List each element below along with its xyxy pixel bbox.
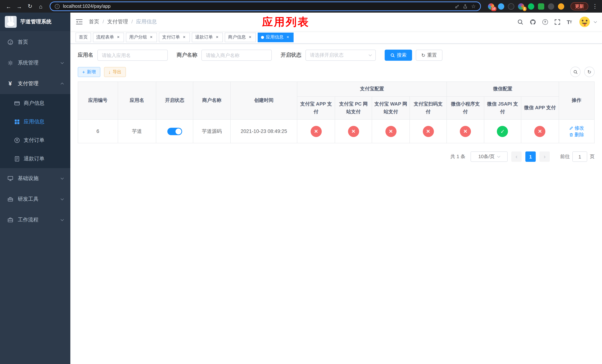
address-bar[interactable]: localhost:1024/pay/app ☆: [50, 1, 481, 11]
app-title: 芋道管理系统: [20, 19, 52, 25]
refresh-table-button[interactable]: ↻: [584, 67, 595, 77]
extension-icon-7[interactable]: [548, 3, 554, 10]
extension-icon-5[interactable]: [528, 3, 534, 10]
monitor-icon: [7, 175, 13, 182]
breadcrumb-payment[interactable]: 支付管理: [107, 19, 136, 25]
edit-button[interactable]: 修改: [569, 125, 584, 131]
site-info-icon[interactable]: [55, 4, 60, 9]
delete-button[interactable]: 删除: [569, 131, 584, 138]
url-text: localhost:1024/pay/app: [63, 4, 452, 9]
close-icon[interactable]: ×: [116, 35, 121, 40]
app-name-input[interactable]: [97, 50, 168, 61]
next-page-button[interactable]: ›: [539, 151, 550, 162]
sidebar-logo[interactable]: 芋道管理系统: [0, 13, 70, 31]
close-icon[interactable]: ×: [215, 35, 220, 40]
tab-app-info[interactable]: 应用信息 ×: [258, 32, 294, 42]
status-select[interactable]: 请选择开启状态: [305, 50, 376, 61]
page-size-select[interactable]: 10条/页: [471, 151, 508, 162]
sidebar-item-infrastructure[interactable]: 基础设施: [0, 168, 70, 189]
tab-pay-order[interactable]: 支付订单 ×: [159, 32, 190, 42]
extension-icon-1[interactable]: 10: [488, 3, 494, 10]
tab-merchant-info[interactable]: 商户信息 ×: [225, 32, 256, 42]
pagination: 共 1 条 10条/页 ‹ 1 › 前往 页: [78, 151, 595, 162]
tab-user-group[interactable]: 用户分组 ×: [126, 32, 157, 42]
sidebar-item-app-info[interactable]: 应用信息: [0, 113, 70, 131]
chevron-down-icon: [61, 197, 64, 200]
sidebar-item-pay-order[interactable]: 支付订单: [0, 131, 70, 150]
sidebar-item-label: 工作流程: [18, 217, 39, 223]
sidebar-item-label: 研发工具: [18, 196, 39, 203]
prev-page-button[interactable]: ‹: [511, 151, 522, 162]
cell-status: [156, 119, 193, 143]
github-icon[interactable]: [530, 19, 536, 25]
export-button[interactable]: ↓ 导出: [104, 67, 126, 77]
col-wechat-jsapi: 微信 JSAPI 支付: [484, 96, 521, 119]
extension-icon-3[interactable]: [508, 3, 514, 10]
col-group-alipay: 支付宝配置: [297, 82, 447, 96]
sidebar-item-label: 首页: [18, 39, 28, 45]
help-icon[interactable]: [542, 19, 548, 25]
toggle-search-button[interactable]: [570, 67, 580, 77]
sidebar-item-dev-tools[interactable]: 研发工具: [0, 189, 70, 210]
merchant-name-input[interactable]: [201, 50, 272, 61]
navbar-actions: [517, 16, 596, 27]
tab-process-form[interactable]: 流程表单 ×: [93, 32, 124, 42]
close-icon[interactable]: ×: [285, 35, 290, 40]
col-created: 创建时间: [230, 82, 297, 119]
font-size-icon[interactable]: [567, 19, 572, 25]
password-key-icon[interactable]: [455, 4, 460, 9]
sidebar-menu: 首页 系统管理 ¥ 支付管理: [0, 31, 70, 364]
browser-menu-icon[interactable]: ⋮: [592, 1, 598, 11]
close-icon[interactable]: ×: [248, 35, 252, 40]
extension-icon-8[interactable]: [558, 3, 564, 10]
home-icon[interactable]: ⌂: [36, 1, 45, 11]
close-icon[interactable]: ×: [182, 35, 187, 40]
forward-icon[interactable]: →: [14, 1, 24, 11]
col-actions: 操作: [559, 82, 594, 119]
chevron-down-icon: [61, 61, 64, 64]
grid-icon: [14, 119, 20, 125]
user-avatar[interactable]: [579, 16, 590, 27]
col-group-wechat: 微信配置: [447, 82, 559, 96]
chevron-down-icon: [369, 53, 372, 56]
browser-chrome: ← → ↻ ⌂ localhost:1024/pay/app ☆ 10 1 更新: [0, 0, 602, 13]
sidebar-item-system[interactable]: 系统管理: [0, 53, 70, 73]
fullscreen-icon[interactable]: [554, 19, 560, 25]
sidebar-item-label: 商户信息: [24, 100, 44, 107]
reload-icon[interactable]: ↻: [25, 1, 35, 11]
sidebar-item-payment[interactable]: ¥ 支付管理: [0, 73, 70, 94]
goto-page-input[interactable]: [572, 151, 587, 162]
alipay-qr-status-icon: [423, 126, 434, 137]
back-icon[interactable]: ←: [4, 1, 13, 11]
gear-icon: [7, 60, 13, 66]
toolbox-icon: [7, 196, 13, 202]
tags-view: 首页 流程表单 × 用户分组 × 支付订单 × 退款订单 ×: [70, 31, 602, 44]
share-icon[interactable]: [463, 4, 468, 9]
col-app-id: 应用编号: [78, 82, 118, 119]
merchant-name-label: 商户名称: [177, 52, 197, 58]
extension-icon-2[interactable]: [498, 3, 504, 10]
status-toggle[interactable]: [167, 128, 182, 135]
search-button[interactable]: 搜索: [385, 50, 412, 61]
chevron-down-icon: [497, 155, 500, 158]
breadcrumb-home[interactable]: 首页: [89, 19, 107, 25]
tab-home[interactable]: 首页: [75, 32, 91, 42]
browser-update-button[interactable]: 更新: [570, 2, 588, 10]
table-row: 6 芋道 芋道源码 2021-10-23 08:49:25: [78, 119, 594, 143]
reset-button[interactable]: ↻ 重置: [416, 50, 442, 61]
search-icon[interactable]: [517, 19, 523, 25]
close-icon[interactable]: ×: [149, 35, 154, 40]
add-button[interactable]: + 新增: [78, 67, 100, 77]
cell-app-id: 6: [78, 119, 118, 143]
bookmark-star-icon[interactable]: ☆: [471, 3, 476, 9]
tab-refund-order[interactable]: 退款订单 ×: [192, 32, 223, 42]
sidebar-item-workflow[interactable]: 工作流程: [0, 210, 70, 230]
collapse-sidebar-icon[interactable]: [76, 18, 83, 26]
page-content: 应用名 商户名称 开启状态 请选择开启状态: [70, 44, 602, 364]
extension-icon-6[interactable]: [538, 3, 544, 10]
sidebar-item-refund-order[interactable]: 退款订单: [0, 150, 70, 168]
sidebar-item-home[interactable]: 首页: [0, 32, 70, 53]
sidebar-item-merchant-info[interactable]: 商户信息: [0, 94, 70, 113]
page-number-button[interactable]: 1: [525, 151, 536, 162]
extension-icon-4[interactable]: 1: [518, 3, 524, 10]
